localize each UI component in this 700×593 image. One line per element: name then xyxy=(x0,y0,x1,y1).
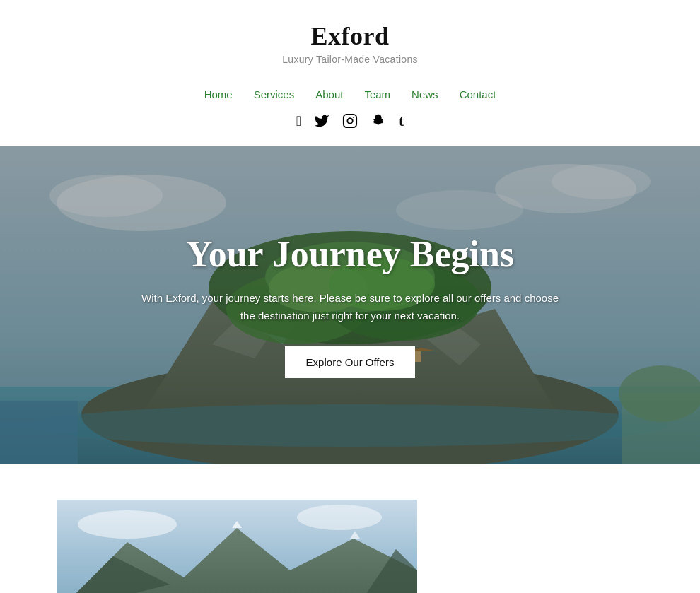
nav-item-contact[interactable]: Contact xyxy=(460,88,496,100)
social-icons-bar:  t xyxy=(0,107,700,146)
svg-rect-0 xyxy=(344,115,356,127)
below-hero-inner xyxy=(0,500,700,593)
svg-point-28 xyxy=(297,505,382,530)
nav-item-team[interactable]: Team xyxy=(364,88,390,100)
below-hero-section xyxy=(0,464,700,593)
hero-title: Your Journey Begins xyxy=(134,233,566,275)
nav-item-news[interactable]: News xyxy=(412,88,438,100)
hero-subtitle: With Exford, your journey starts here. P… xyxy=(134,289,566,325)
site-title: Exford xyxy=(14,21,686,51)
tumblr-icon[interactable]: t xyxy=(399,113,404,132)
facebook-icon[interactable]:  xyxy=(296,113,301,132)
instagram-icon[interactable] xyxy=(342,113,358,132)
explore-offers-button[interactable]: Explore Our Offers xyxy=(285,346,416,378)
hero-section: Your Journey Begins With Exford, your jo… xyxy=(0,146,700,464)
site-header: Exford Luxury Tailor-Made Vacations xyxy=(0,0,700,76)
site-tagline: Luxury Tailor-Made Vacations xyxy=(14,54,686,65)
nav-item-about[interactable]: About xyxy=(315,88,343,100)
nav-item-home[interactable]: Home xyxy=(204,88,233,100)
nav-item-services[interactable]: Services xyxy=(254,88,295,100)
twitter-icon[interactable] xyxy=(314,113,329,132)
destination-thumbnail xyxy=(57,500,417,593)
snapchat-icon[interactable] xyxy=(371,113,386,132)
hero-content: Your Journey Begins With Exford, your jo… xyxy=(120,233,580,378)
main-nav: Home Services About Team News Contact xyxy=(0,76,700,107)
svg-point-27 xyxy=(78,510,177,539)
